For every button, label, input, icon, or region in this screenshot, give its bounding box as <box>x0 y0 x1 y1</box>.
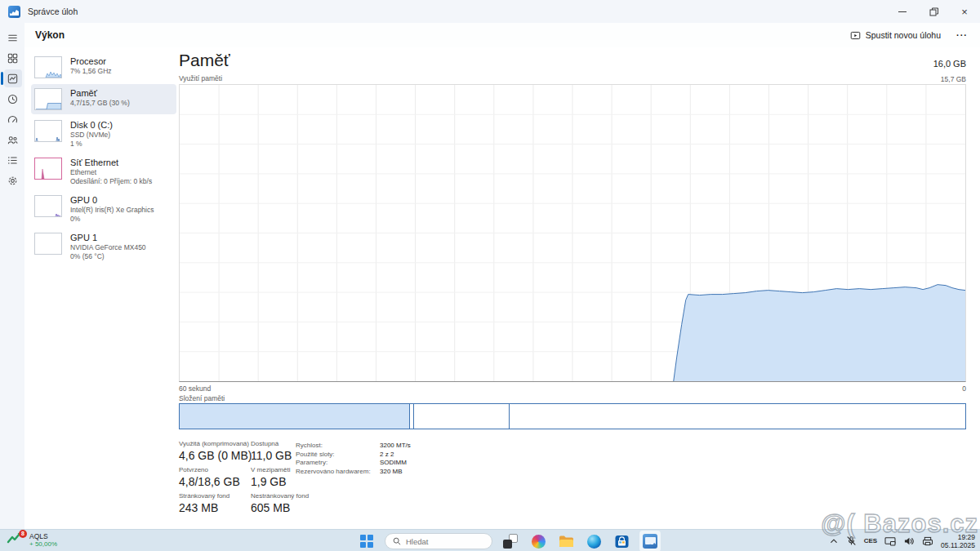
hardware-details: Rychlost:3200 MT/s Použité sloty:2 z 2 P… <box>296 442 411 475</box>
cast-display-icon[interactable] <box>884 536 896 546</box>
composition-segment-used <box>180 404 410 429</box>
sidebar-item-app-history[interactable] <box>0 89 24 109</box>
keyboard-language[interactable]: CES <box>864 537 877 544</box>
sidebar-item-gpu0[interactable]: GPU 0 Intel(R) Iris(R) Xe Graphics 0% <box>31 191 176 227</box>
menu-button[interactable] <box>0 28 24 48</box>
windows-logo-icon <box>360 535 373 548</box>
memory-sparkline <box>34 88 62 110</box>
taskbar: 8 AQLS + 50,00% <box>0 529 980 551</box>
search-icon <box>393 537 401 545</box>
stat-paged-pool: Stránkovaný fond243 MB <box>179 492 229 514</box>
tray-time: 19:29 <box>941 533 975 541</box>
memory-usage-label: Využití paměti <box>179 74 222 82</box>
tray-date: 05.11.2025 <box>941 541 975 549</box>
sidebar-item-performance[interactable] <box>0 69 24 89</box>
chart-x-right-label: 0 <box>962 384 966 393</box>
memory-composition-bar <box>179 403 966 429</box>
stat-nonpaged-pool: Nestránkovaný fond605 MB <box>251 492 309 514</box>
clock[interactable]: 19:29 05.11.2025 <box>941 533 975 549</box>
sidebar-item-memory[interactable]: Paměť 4,7/15,7 GB (30 %) <box>31 84 176 114</box>
memory-usage-chart <box>179 84 966 382</box>
sidebar-item-users[interactable] <box>0 130 24 150</box>
copilot-button[interactable] <box>528 531 548 551</box>
sidebar-item-details[interactable] <box>0 150 24 171</box>
restore-button[interactable] <box>918 0 949 23</box>
composition-segment-standby <box>414 404 510 429</box>
printer-icon[interactable] <box>922 536 933 546</box>
memory-title: Paměť <box>179 51 230 70</box>
gpu1-sparkline <box>34 233 62 255</box>
store-icon <box>615 535 629 549</box>
memory-panel: Paměť 16,0 GB Využití paměti 15,7 GB 60 … <box>179 47 966 529</box>
stat-cached: V mezipaměti1,9 GB <box>251 466 290 488</box>
cpu-sparkline <box>34 56 62 78</box>
close-button[interactable]: × <box>949 0 980 23</box>
taskbar-search[interactable] <box>385 533 492 549</box>
history-clock-icon <box>7 93 19 105</box>
users-icon <box>7 134 19 146</box>
speaker-icon[interactable] <box>903 536 915 546</box>
folder-icon <box>559 535 574 548</box>
notification-badge: 8 <box>19 530 27 538</box>
sidebar-item-disk[interactable]: Disk 0 (C:) SSD (NVMe) 1 % <box>31 116 176 152</box>
stock-ticker: AQLS <box>29 532 57 540</box>
run-new-task-button[interactable]: Spustit novou úlohu <box>845 27 946 43</box>
sidebar-item-startup-apps[interactable] <box>0 109 24 130</box>
task-view-button[interactable] <box>501 531 520 551</box>
stat-used: Využitá (komprimovaná)4,6 GB (0 MB) <box>179 440 252 462</box>
memory-chart-svg <box>180 85 965 381</box>
sidebar-item-ethernet[interactable]: Síť Ethernet Ethernet Odesílání: 0 Příje… <box>31 153 176 189</box>
performance-sidebar: Procesor 7% 1,56 GHz Paměť 4,7/15,7 GB (… <box>31 52 176 266</box>
gpu0-sparkline <box>34 195 62 217</box>
chart-ymax-label: 15,7 GB <box>941 75 966 83</box>
sidebar-item-cpu[interactable]: Procesor 7% 1,56 GHz <box>31 52 176 82</box>
performance-icon <box>7 73 19 85</box>
search-input[interactable] <box>406 537 479 546</box>
edge-button[interactable] <box>584 531 604 551</box>
disk-sparkline <box>34 120 62 142</box>
composition-segment-free <box>510 404 965 429</box>
stat-committed: Potvrzeno4,8/18,6 GB <box>179 466 240 488</box>
minimize-button[interactable] <box>887 0 918 23</box>
task-manager-logo-icon <box>8 6 20 18</box>
memory-total: 16,0 GB <box>933 59 966 69</box>
sidebar-item-gpu1[interactable]: GPU 1 NVIDIA GeForce MX450 0% (56 °C) <box>31 229 176 264</box>
hamburger-icon <box>7 32 19 44</box>
processes-icon <box>7 52 19 64</box>
store-button[interactable] <box>612 531 631 551</box>
copilot-icon <box>532 535 546 549</box>
details-list-icon <box>7 154 19 167</box>
more-options-button[interactable]: ··· <box>952 27 972 43</box>
sidebar-item-services[interactable] <box>0 171 24 191</box>
ethernet-sparkline <box>34 158 62 180</box>
memory-composition-label: Složení paměti <box>179 394 225 402</box>
stat-available: Dostupná11,0 GB <box>251 440 292 462</box>
nav-rail <box>0 23 24 529</box>
widgets-button[interactable]: 8 AQLS + 50,00% <box>7 531 57 548</box>
services-gear-icon <box>7 175 19 187</box>
edge-icon <box>587 535 601 549</box>
task-manager-icon <box>643 534 657 549</box>
startup-gauge-icon <box>7 113 19 126</box>
chart-x-left-label: 60 sekund <box>179 384 211 393</box>
start-button[interactable] <box>357 531 376 551</box>
titlebar: Správce úloh × <box>0 0 980 23</box>
header-row: Výkon Spustit novou úlohu ··· <box>24 23 980 47</box>
window-title: Správce úloh <box>28 7 78 16</box>
stock-change: + 50,00% <box>29 540 57 548</box>
sidebar-item-processes[interactable] <box>0 48 24 69</box>
file-explorer-button[interactable] <box>556 531 576 551</box>
run-new-task-icon <box>850 30 861 41</box>
task-manager-button[interactable] <box>639 531 661 551</box>
tray-chevron-up-icon[interactable] <box>829 536 839 546</box>
page-title: Výkon <box>35 29 65 41</box>
mic-off-icon[interactable] <box>846 535 857 546</box>
